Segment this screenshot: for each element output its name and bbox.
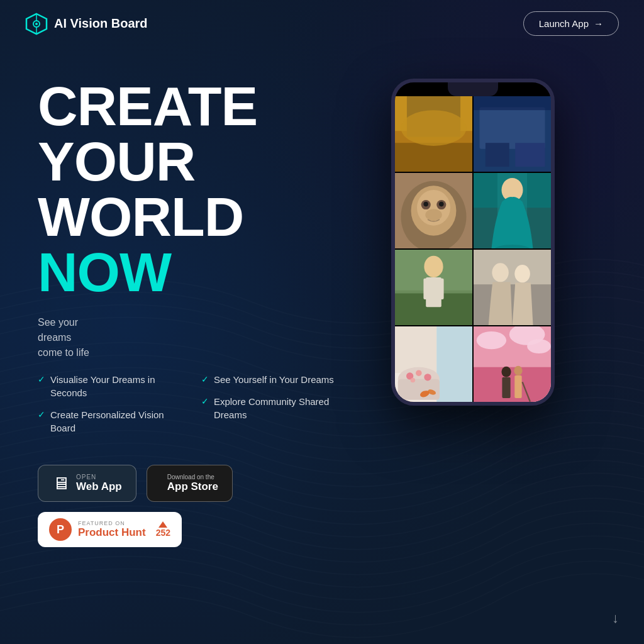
svg-point-58 <box>477 331 506 349</box>
phone-image-4 <box>474 173 551 248</box>
feature-text-1: Visualise Your Dreams in Seconds <box>50 373 182 399</box>
phone-image-1 <box>395 96 472 172</box>
svg-point-5 <box>35 23 38 25</box>
svg-point-43 <box>514 265 530 282</box>
feature-text-2: Create Personalized Vision Board <box>50 408 182 435</box>
app-store-label: App Store <box>167 480 218 493</box>
feature-col-2: ✓ See Yourself in Your Dreams ✓ Explore … <box>201 373 352 435</box>
phone-image-6 <box>474 250 551 325</box>
check-icon-2: ✓ <box>38 409 45 419</box>
feature-item-4: ✓ Explore Community Shared Dreams <box>201 395 352 421</box>
svg-point-50 <box>416 370 421 375</box>
logo: AI Vision Board <box>25 13 148 35</box>
phone-image-2 <box>474 96 551 172</box>
svg-rect-37 <box>423 279 428 299</box>
svg-rect-48 <box>398 379 440 400</box>
check-icon-3: ✓ <box>201 374 209 384</box>
monitor-icon: 🖥 <box>52 473 70 494</box>
svg-point-52 <box>411 378 416 383</box>
svg-point-61 <box>501 367 511 377</box>
feature-text-4: Explore Community Shared Dreams <box>214 395 352 421</box>
svg-rect-40 <box>474 250 551 284</box>
svg-rect-15 <box>486 143 509 167</box>
ph-logo-icon: P <box>49 518 72 541</box>
logo-text: AI Vision Board <box>54 16 148 31</box>
tagline: See your dreams come to life <box>38 315 352 360</box>
ph-count: 252 <box>156 528 170 538</box>
ph-name: Product Hunt <box>78 526 146 539</box>
svg-point-12 <box>401 110 466 146</box>
svg-rect-57 <box>474 367 551 402</box>
svg-point-42 <box>492 263 508 282</box>
phone-image-3 <box>395 173 472 248</box>
left-column: CREATE YOUR WORLD NOW See your dreams co… <box>38 79 352 547</box>
phone-image-8 <box>474 326 551 402</box>
cta-buttons: 🖥 OPEN Web App Download on the App Store… <box>38 465 352 547</box>
check-icon-1: ✓ <box>38 374 45 384</box>
svg-point-60 <box>527 339 551 353</box>
ph-vote-badge: 252 <box>156 521 170 538</box>
svg-point-35 <box>424 256 443 277</box>
phone-notch <box>448 82 498 96</box>
svg-point-25 <box>439 202 444 207</box>
feature-col-1: ✓ Visualise Your Dreams in Seconds ✓ Cre… <box>38 373 182 435</box>
phone-mockup-container <box>340 79 606 406</box>
app-store-button[interactable]: Download on the App Store <box>147 465 233 502</box>
ph-featured-label: FEATURED ON <box>78 520 146 526</box>
logo-icon <box>25 13 48 35</box>
svg-point-51 <box>424 374 431 380</box>
svg-point-63 <box>514 366 522 375</box>
svg-rect-14 <box>479 107 545 148</box>
svg-rect-64 <box>514 375 521 398</box>
arrow-right-icon: → <box>594 18 603 29</box>
phone-image-7 <box>395 326 472 402</box>
product-hunt-button[interactable]: P FEATURED ON Product Hunt 252 <box>38 512 182 547</box>
phone-frame <box>391 79 555 406</box>
header: AI Vision Board Launch App → <box>0 0 644 47</box>
feature-text-3: See Yourself in Your Dreams <box>214 373 334 386</box>
phone-mockup <box>391 79 555 406</box>
svg-rect-41 <box>474 284 551 325</box>
launch-app-button[interactable]: Launch App → <box>523 11 619 36</box>
svg-rect-46 <box>436 326 472 402</box>
hero-title: CREATE YOUR WORLD NOW <box>38 79 352 300</box>
svg-rect-45 <box>395 326 436 373</box>
phone-image-5 <box>395 250 472 325</box>
svg-rect-16 <box>515 143 545 167</box>
web-app-label: Web App <box>76 480 122 493</box>
svg-rect-38 <box>439 279 444 299</box>
svg-rect-62 <box>502 377 510 398</box>
phone-screen <box>395 82 551 402</box>
svg-point-24 <box>423 202 428 207</box>
feature-item-2: ✓ Create Personalized Vision Board <box>38 408 182 435</box>
svg-rect-17 <box>474 96 551 110</box>
web-app-button[interactable]: 🖥 OPEN Web App <box>38 465 136 502</box>
main-content: CREATE YOUR WORLD NOW See your dreams co… <box>0 47 644 547</box>
open-label: OPEN <box>76 474 96 480</box>
svg-point-26 <box>425 209 441 221</box>
download-on-label: Download on the <box>167 474 218 480</box>
scroll-down-icon[interactable]: ↓ <box>612 610 619 626</box>
features-list: ✓ Visualise Your Dreams in Seconds ✓ Cre… <box>38 373 352 435</box>
feature-item-1: ✓ Visualise Your Dreams in Seconds <box>38 373 182 399</box>
feature-item-3: ✓ See Yourself in Your Dreams <box>201 373 352 386</box>
check-icon-4: ✓ <box>201 396 209 406</box>
ph-upvote-icon <box>158 521 167 528</box>
